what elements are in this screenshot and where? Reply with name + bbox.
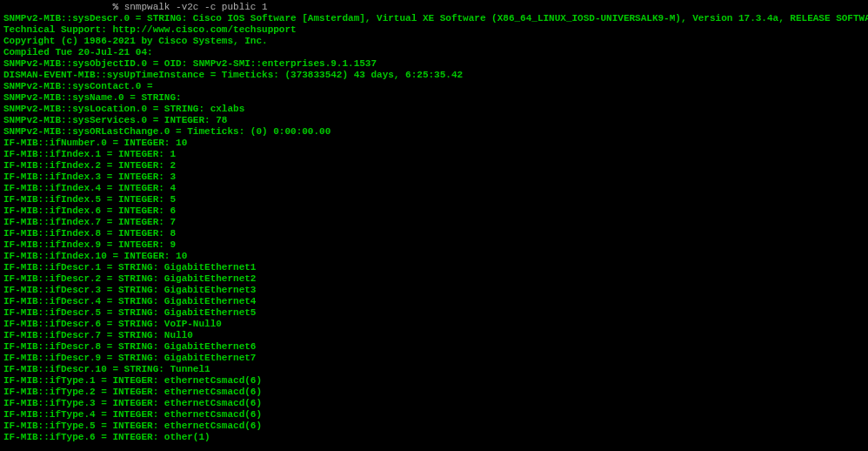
prompt-leading [3, 2, 112, 12]
output-line: IF-MIB::ifIndex.2 = INTEGER: 2 [3, 160, 865, 172]
output-line: SNMPv2-MIB::sysDescr.0 = STRING: Cisco I… [3, 13, 865, 24]
terminal-output: SNMPv2-MIB::sysDescr.0 = STRING: Cisco I… [3, 13, 865, 443]
output-line: IF-MIB::ifIndex.5 = INTEGER: 5 [3, 194, 865, 205]
output-line: IF-MIB::ifType.5 = INTEGER: ethernetCsma… [3, 421, 865, 432]
output-line: IF-MIB::ifDescr.9 = STRING: GigabitEther… [3, 353, 865, 364]
output-line: IF-MIB::ifType.1 = INTEGER: ethernetCsma… [3, 375, 865, 387]
output-line: SNMPv2-MIB::sysName.0 = STRING: [3, 92, 865, 104]
output-line: IF-MIB::ifDescr.10 = STRING: Tunnel1 [3, 364, 865, 375]
output-line: IF-MIB::ifDescr.7 = STRING: Null0 [3, 330, 865, 341]
output-line: IF-MIB::ifDescr.2 = STRING: GigabitEther… [3, 273, 865, 285]
output-line: IF-MIB::ifDescr.8 = STRING: GigabitEther… [3, 341, 865, 353]
output-line: Copyright (c) 1986-2021 by Cisco Systems… [3, 36, 865, 47]
output-line: IF-MIB::ifIndex.9 = INTEGER: 9 [3, 239, 865, 251]
output-line: SNMPv2-MIB::sysContact.0 = [3, 81, 865, 92]
output-line: SNMPv2-MIB::sysLocation.0 = STRING: cxla… [3, 104, 865, 115]
output-line: IF-MIB::ifIndex.4 = INTEGER: 4 [3, 183, 865, 194]
output-line: IF-MIB::ifDescr.5 = STRING: GigabitEther… [3, 307, 865, 319]
output-line: Compiled Tue 20-Jul-21 04: [3, 47, 865, 58]
output-line: DISMAN-EVENT-MIB::sysUpTimeInstance = Ti… [3, 70, 865, 81]
output-line: IF-MIB::ifType.6 = INTEGER: other(1) [3, 432, 865, 443]
output-line: IF-MIB::ifIndex.8 = INTEGER: 8 [3, 228, 865, 239]
prompt-symbol: % [112, 2, 124, 12]
output-line: IF-MIB::ifType.2 = INTEGER: ethernetCsma… [3, 387, 865, 398]
output-line: SNMPv2-MIB::sysServices.0 = INTEGER: 78 [3, 115, 865, 126]
output-line: IF-MIB::ifType.3 = INTEGER: ethernetCsma… [3, 398, 865, 409]
output-line: IF-MIB::ifIndex.7 = INTEGER: 7 [3, 217, 865, 228]
output-line: IF-MIB::ifType.4 = INTEGER: ethernetCsma… [3, 409, 865, 421]
output-line: IF-MIB::ifIndex.6 = INTEGER: 6 [3, 205, 865, 217]
output-line: IF-MIB::ifDescr.1 = STRING: GigabitEther… [3, 262, 865, 273]
output-line: IF-MIB::ifDescr.6 = STRING: VoIP-Null0 [3, 319, 865, 330]
output-line: IF-MIB::ifIndex.10 = INTEGER: 10 [3, 251, 865, 262]
output-line: IF-MIB::ifIndex.3 = INTEGER: 3 [3, 172, 865, 183]
output-line: IF-MIB::ifDescr.3 = STRING: GigabitEther… [3, 285, 865, 296]
command-text: snmpwalk -v2c -c public 1 [124, 2, 268, 12]
output-line: Technical Support: http://www.cisco.com/… [3, 24, 865, 36]
output-line: SNMPv2-MIB::sysORLastChange.0 = Timetick… [3, 126, 865, 138]
command-line[interactable]: % snmpwalk -v2c -c public 1 [3, 2, 865, 13]
output-line: SNMPv2-MIB::sysObjectID.0 = OID: SNMPv2-… [3, 58, 865, 70]
output-line: IF-MIB::ifIndex.1 = INTEGER: 1 [3, 149, 865, 160]
output-line: IF-MIB::ifNumber.0 = INTEGER: 10 [3, 138, 865, 149]
output-line: IF-MIB::ifDescr.4 = STRING: GigabitEther… [3, 296, 865, 307]
